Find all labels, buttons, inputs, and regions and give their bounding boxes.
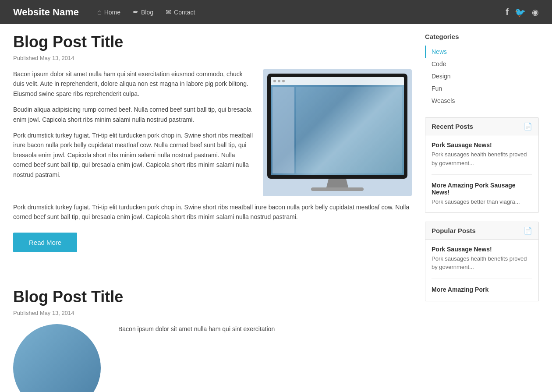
screen-header [271,77,404,85]
recent-posts-widget: Recent Posts 📄 Pork Sausage News! Pork s… [425,117,539,213]
nav-contact[interactable]: ✉ Contact [160,5,200,19]
recent-post-2-excerpt: Pork sausages better than viagra... [432,198,532,206]
page-layout: Blog Post Title Published May 13, 2014 B… [0,24,552,392]
post-1-content-area: Bacon ipsum dolor sit amet nulla ham qui… [13,69,412,196]
screen-main-area [296,87,402,173]
home-icon: ⌂ [97,8,102,16]
screen-dot-2 [278,80,280,82]
post-1-lower-text: Pork drumstick turkey fugiat. Tri-tip el… [13,202,412,222]
widget-doc-icon: 📄 [524,122,532,131]
recent-post-1-excerpt: Pork sausages health benefits proved by … [432,150,532,167]
post-1-image-container [263,69,412,196]
monitor-graphic [267,74,407,179]
popular-post-2-title[interactable]: More Amazing Pork [432,286,532,293]
category-fun[interactable]: Fun [425,82,539,95]
popular-post-1: Pork Sausage News! Pork sausages health … [432,246,532,279]
post-2-content-area: Bacon ipsum dolor sit amet nulla ham qui… [13,324,412,392]
post-2-text: Bacon ipsum dolor sit amet nulla ham qui… [118,324,412,392]
envelope-icon: ✉ [166,8,171,16]
recent-posts-body: Pork Sausage News! Pork sausages health … [425,135,538,212]
popular-posts-header: Popular Posts 📄 [425,222,538,240]
monitor-screen [271,77,404,175]
twitter-icon[interactable]: 🐦 [515,7,526,18]
pen-icon: ✒ [133,8,138,16]
post-1-para-1: Bacon ipsum dolor sit amet nulla ham qui… [13,69,254,99]
screen-dot-1 [273,80,276,82]
site-header: Website Name ⌂ Home ✒ Blog ✉ Contact f 🐦… [0,0,552,24]
recent-post-1-title[interactable]: Pork Sausage News! [432,141,532,148]
popular-post-2: More Amazing Pork [432,286,532,293]
category-code[interactable]: Code [425,58,539,70]
popular-posts-body: Pork Sausage News! Pork sausages health … [425,240,538,301]
sidebar: Categories News Code Design Fun Weasels … [425,33,539,392]
rss-icon[interactable]: ◉ [532,7,539,17]
recent-posts-header: Recent Posts 📄 [425,118,538,135]
category-design[interactable]: Design [425,70,539,82]
popular-post-1-excerpt: Pork sausages health benefits proved by … [432,254,532,272]
post-1-title: Blog Post Title [13,33,412,51]
monitor-stand [326,179,348,187]
social-icons: f 🐦 ◉ [506,7,539,18]
categories-title: Categories [425,33,539,40]
popular-widget-doc-icon: 📄 [524,226,532,235]
post-2-image [13,324,101,392]
main-nav: ⌂ Home ✒ Blog ✉ Contact [92,5,506,19]
site-title: Website Name [13,7,79,18]
post-2-title: Blog Post Title [13,288,412,306]
screen-sidebar [272,87,294,173]
nav-home-label: Home [104,9,120,16]
nav-blog-label: Blog [141,9,153,16]
recent-posts-title: Recent Posts [432,123,473,130]
post-2-date: Published May 13, 2014 [13,310,412,316]
popular-posts-widget: Popular Posts 📄 Pork Sausage News! Pork … [425,222,539,301]
screen-dot-3 [282,80,285,82]
nav-contact-label: Contact [174,9,195,16]
post-2-para-1: Bacon ipsum dolor sit amet nulla ham qui… [118,324,412,334]
post-1-image [263,69,412,196]
recent-post-2: More Amazing Pork Sausage News! Pork sau… [432,182,532,206]
main-content: Blog Post Title Published May 13, 2014 B… [13,33,412,392]
facebook-icon[interactable]: f [506,7,509,17]
recent-post-2-title[interactable]: More Amazing Pork Sausage News! [432,182,532,196]
blog-post-1: Blog Post Title Published May 13, 2014 B… [13,33,412,270]
post-1-text: Bacon ipsum dolor sit amet nulla ham qui… [13,69,254,196]
nav-home[interactable]: ⌂ Home [92,6,126,19]
categories-section: Categories News Code Design Fun Weasels [425,33,539,107]
post-1-lower-para: Pork drumstick turkey fugiat. Tri-tip el… [13,202,412,222]
read-more-button[interactable]: Read More [13,233,77,252]
blog-post-2: Blog Post Title Published May 13, 2014 B… [13,288,412,392]
popular-post-1-title[interactable]: Pork Sausage News! [432,246,532,253]
post-1-para-2: Boudin aliqua adipisicing rump corned be… [13,105,254,124]
category-weasels[interactable]: Weasels [425,95,539,107]
screen-body [271,85,404,175]
nav-blog[interactable]: ✒ Blog [127,5,159,19]
post-1-para-3: Pork drumstick turkey fugiat. Tri-tip el… [13,131,254,180]
recent-post-1: Pork Sausage News! Pork sausages health … [432,141,532,175]
categories-list: News Code Design Fun Weasels [425,46,539,107]
popular-posts-title: Popular Posts [432,227,476,234]
monitor-base [311,187,364,191]
post-1-date: Published May 13, 2014 [13,55,412,61]
category-news[interactable]: News [425,46,539,58]
